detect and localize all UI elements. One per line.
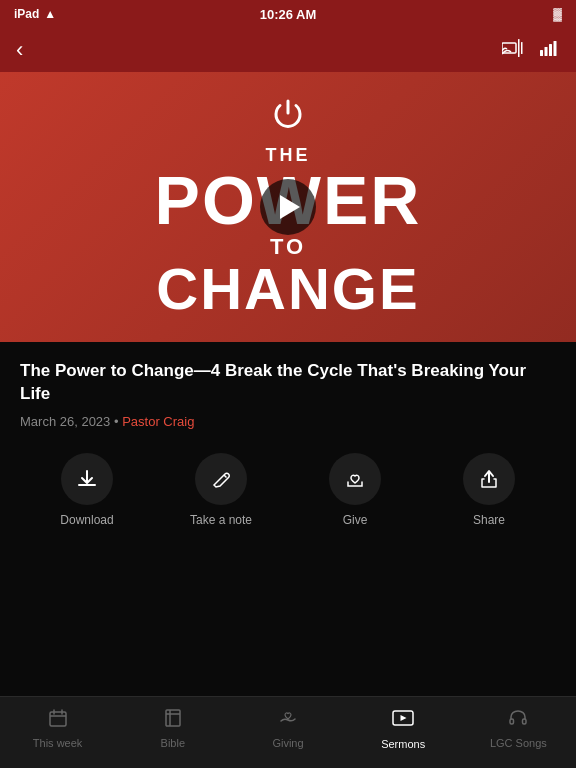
sermon-title: The Power to Change—4 Break the Cycle Th…: [20, 360, 556, 406]
svg-rect-3: [540, 50, 543, 56]
this-week-label: This week: [33, 737, 83, 749]
nav-item-this-week[interactable]: This week: [23, 708, 93, 749]
calendar-icon: [48, 708, 68, 733]
play-circle-icon: [392, 707, 414, 734]
status-carrier: iPad ▲: [14, 7, 56, 21]
wifi-icon: ▲: [44, 7, 56, 21]
giving-label: Giving: [272, 737, 303, 749]
sermons-label: Sermons: [381, 738, 425, 750]
play-triangle-icon: [280, 195, 300, 219]
giving-icon: [278, 708, 298, 733]
share-label: Share: [473, 513, 505, 527]
action-buttons: Download Take a note Give: [20, 449, 556, 527]
content-area: The Power to Change—4 Break the Cycle Th…: [0, 342, 576, 527]
battery-icon: ▓: [553, 7, 562, 21]
nav-item-lgc-songs[interactable]: LGC Songs: [483, 708, 553, 749]
play-button[interactable]: [260, 179, 316, 235]
headphones-icon: [508, 708, 528, 733]
give-action[interactable]: Give: [320, 453, 390, 527]
give-label: Give: [343, 513, 368, 527]
hero-video: THE POWER TO CHANGE: [0, 72, 576, 342]
hero-title-change: CHANGE: [0, 260, 576, 318]
note-icon-circle: [195, 453, 247, 505]
svg-rect-11: [523, 719, 527, 724]
nav-right-icons: [502, 39, 560, 62]
bottom-navigation: This week Bible Giving Ser: [0, 696, 576, 768]
svg-rect-5: [549, 44, 552, 56]
nav-item-sermons[interactable]: Sermons: [368, 707, 438, 750]
download-label: Download: [60, 513, 113, 527]
back-button[interactable]: ‹: [16, 39, 23, 61]
power-icon: [0, 97, 576, 141]
carrier-label: iPad: [14, 7, 39, 21]
download-action[interactable]: Download: [52, 453, 122, 527]
svg-rect-8: [166, 710, 180, 726]
give-icon-circle: [329, 453, 381, 505]
status-bar: iPad ▲ 10:26 AM ▓: [0, 0, 576, 28]
lgc-songs-label: LGC Songs: [490, 737, 547, 749]
share-icon-circle: [463, 453, 515, 505]
svg-rect-6: [554, 41, 557, 56]
svg-rect-2: [521, 42, 523, 54]
nav-item-giving[interactable]: Giving: [253, 708, 323, 749]
svg-rect-7: [50, 712, 66, 726]
nav-item-bible[interactable]: Bible: [138, 708, 208, 749]
download-icon-circle: [61, 453, 113, 505]
svg-rect-10: [510, 719, 514, 724]
status-time: 10:26 AM: [260, 7, 317, 22]
svg-rect-4: [545, 47, 548, 56]
meta-separator: •: [114, 414, 122, 429]
note-label: Take a note: [190, 513, 252, 527]
pastor-link[interactable]: Pastor Craig: [122, 414, 194, 429]
bible-label: Bible: [161, 737, 185, 749]
cast-icon[interactable]: [502, 39, 524, 62]
note-action[interactable]: Take a note: [186, 453, 256, 527]
sermon-date: March 26, 2023: [20, 414, 110, 429]
nav-bar: ‹: [0, 28, 576, 72]
book-icon: [163, 708, 183, 733]
sermon-meta: March 26, 2023 • Pastor Craig: [20, 414, 556, 429]
signal-bars-icon[interactable]: [540, 40, 560, 61]
svg-rect-1: [518, 39, 520, 57]
share-action[interactable]: Share: [454, 453, 524, 527]
status-right: ▓: [553, 7, 562, 21]
